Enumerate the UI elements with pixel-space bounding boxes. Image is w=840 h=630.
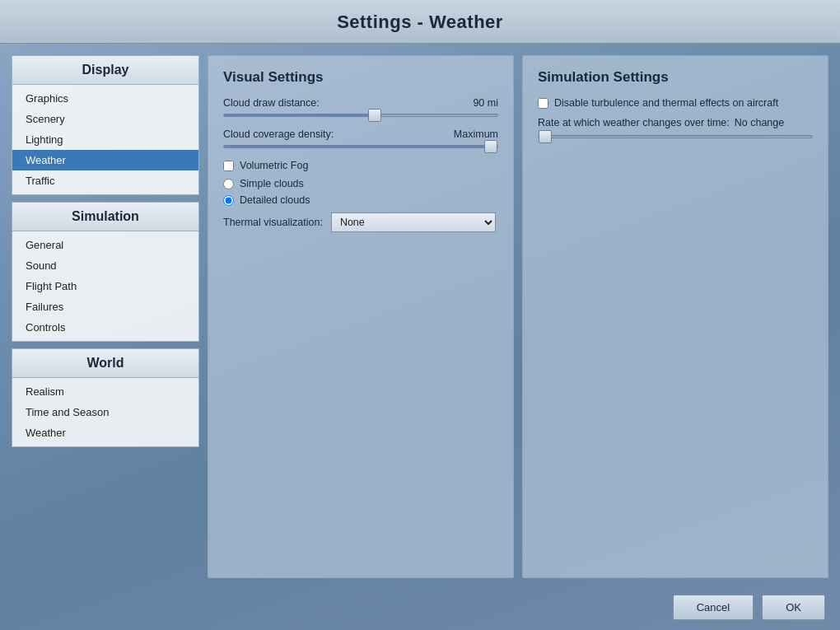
disable-turbulence-label: Disable turbulence and thermal effects o… [554,97,778,109]
simple-clouds-radio[interactable] [223,179,234,189]
detailed-clouds-radio[interactable] [223,195,234,206]
sidebar-item-scenery[interactable]: Scenery [12,109,198,129]
display-section-header: Display [12,55,199,85]
simple-clouds-label: Simple clouds [240,178,304,189]
page-title: Settings - Weather [0,12,840,33]
simulation-settings-title: Simulation Settings [538,69,813,86]
cloud-draw-distance-value: 90 mi [473,97,498,109]
thermal-visualization-row: Thermal visualization: None Smoke Debug [223,212,498,232]
detailed-clouds-label: Detailed clouds [240,194,310,206]
cloud-coverage-slider-track[interactable] [223,145,498,148]
detailed-clouds-row: Detailed clouds [223,194,498,206]
sidebar-item-weather[interactable]: Weather [12,150,198,170]
weather-rate-value: No change [735,117,784,128]
sidebar-item-failures[interactable]: Failures [12,296,198,317]
weather-change-rate-row: Rate at which weather changes over time:… [538,117,813,128]
display-items: Graphics Scenery Lighting Weather Traffi… [12,85,199,195]
cloud-coverage-value: Maximum [454,128,498,140]
cloud-coverage-slider-container [223,145,498,148]
sidebar-item-graphics[interactable]: Graphics [12,88,198,109]
weather-rate-label: Rate at which weather changes over time: [538,117,730,128]
world-items: Realism Time and Season Weather [12,378,199,447]
sidebar-item-realism[interactable]: Realism [12,381,198,402]
cancel-button[interactable]: Cancel [673,595,754,620]
cloud-draw-distance-slider-track[interactable] [223,114,498,117]
thermal-visualization-label: Thermal visualization: [223,217,323,228]
simulation-section-header: Simulation [12,202,199,231]
sidebar-item-general[interactable]: General [12,235,198,255]
simulation-items: General Sound Flight Path Failures Contr… [12,231,199,342]
cloud-draw-distance-label: Cloud draw distance: [223,97,320,109]
visual-settings-panel: Visual Settings Cloud draw distance: 90 … [208,55,514,578]
simple-clouds-row: Simple clouds [223,178,498,189]
volumetric-fog-label: Volumetric Fog [240,160,308,171]
disable-turbulence-row: Disable turbulence and thermal effects o… [538,97,813,109]
weather-rate-slider-container [538,135,813,138]
sidebar-item-lighting[interactable]: Lighting [12,129,198,150]
cloud-draw-distance-slider-thumb[interactable] [368,109,381,122]
sidebar-item-world-weather[interactable]: Weather [12,422,198,443]
world-section-header: World [12,348,199,378]
cloud-coverage-label: Cloud coverage density: [223,128,334,140]
bottom-bar: Cancel OK [0,586,840,630]
visual-settings-title: Visual Settings [223,69,498,86]
sidebar-item-sound[interactable]: Sound [12,255,198,276]
cloud-coverage-slider-thumb[interactable] [484,140,497,153]
sidebar-item-controls[interactable]: Controls [12,317,198,338]
cloud-draw-distance-slider-container [223,114,498,117]
volumetric-fog-checkbox[interactable] [223,161,234,171]
ok-button[interactable]: OK [762,595,825,620]
simulation-settings-panel: Simulation Settings Disable turbulence a… [522,55,828,578]
sidebar-item-traffic[interactable]: Traffic [12,170,198,191]
title-bar: Settings - Weather [0,0,840,44]
thermal-visualization-select[interactable]: None Smoke Debug [331,212,496,232]
volumetric-fog-row: Volumetric Fog [223,160,498,171]
weather-rate-slider-track[interactable] [538,135,813,138]
sidebar-item-time-and-season[interactable]: Time and Season [12,402,198,422]
cloud-draw-distance-row: Cloud draw distance: 90 mi [223,97,498,109]
sidebar-item-flight-path[interactable]: Flight Path [12,276,198,296]
weather-rate-slider-thumb[interactable] [539,130,552,143]
sidebar: Display Graphics Scenery Lighting Weathe… [12,55,199,578]
content-area: Visual Settings Cloud draw distance: 90 … [208,55,828,578]
disable-turbulence-checkbox[interactable] [538,98,548,109]
cloud-coverage-slider-fill [224,146,497,147]
cloud-draw-distance-slider-fill [224,114,375,116]
cloud-coverage-row: Cloud coverage density: Maximum [223,128,498,140]
